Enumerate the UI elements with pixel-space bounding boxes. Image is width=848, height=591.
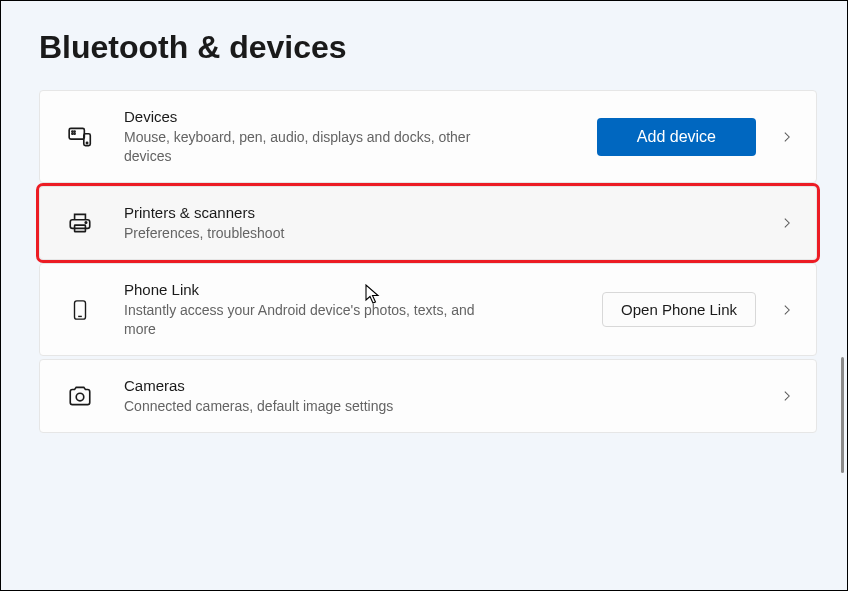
cameras-card[interactable]: Cameras Connected cameras, default image… [39, 359, 817, 433]
chevron-right-icon [780, 130, 794, 144]
add-device-button[interactable]: Add device [597, 118, 756, 156]
svg-point-12 [76, 394, 84, 402]
cameras-subtitle: Connected cameras, default image setting… [124, 397, 484, 416]
chevron-right-icon [780, 216, 794, 230]
devices-title: Devices [124, 107, 597, 127]
devices-subtitle: Mouse, keyboard, pen, audio, displays an… [124, 128, 484, 166]
settings-card-list: Devices Mouse, keyboard, pen, audio, dis… [1, 90, 847, 433]
cameras-title: Cameras [124, 376, 780, 396]
printers-title: Printers & scanners [124, 203, 780, 223]
svg-point-3 [72, 131, 73, 132]
camera-icon [66, 382, 94, 410]
chevron-right-icon [780, 389, 794, 403]
devices-icon [66, 123, 94, 151]
devices-card[interactable]: Devices Mouse, keyboard, pen, audio, dis… [39, 90, 817, 183]
svg-point-6 [74, 133, 75, 134]
phone-link-subtitle: Instantly access your Android device's p… [124, 301, 484, 339]
phone-link-title: Phone Link [124, 280, 602, 300]
open-phone-link-button[interactable]: Open Phone Link [602, 292, 756, 327]
svg-rect-7 [70, 220, 90, 229]
svg-point-9 [85, 222, 87, 224]
page-title: Bluetooth & devices [1, 1, 847, 90]
svg-point-5 [72, 133, 73, 134]
svg-point-4 [74, 131, 75, 132]
phone-icon [66, 296, 94, 324]
phone-link-card[interactable]: Phone Link Instantly access your Android… [39, 263, 817, 356]
printer-icon [66, 209, 94, 237]
scrollbar[interactable] [841, 357, 844, 473]
chevron-right-icon [780, 303, 794, 317]
svg-point-2 [86, 142, 87, 143]
printers-scanners-card[interactable]: Printers & scanners Preferences, trouble… [39, 186, 817, 260]
printers-subtitle: Preferences, troubleshoot [124, 224, 484, 243]
